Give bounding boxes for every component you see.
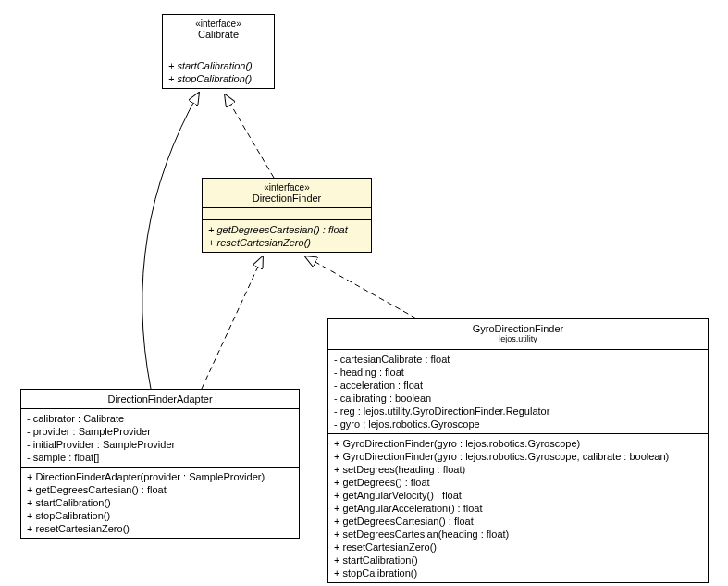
class-name: Calibrate xyxy=(168,29,268,40)
operations: + GyroDirectionFinder(gyro : lejos.robot… xyxy=(328,434,708,582)
operations: + DirectionFinderAdapter(provider : Samp… xyxy=(21,468,299,538)
class-directionfinder[interactable]: «interface»DirectionFinder + getDegreesC… xyxy=(202,178,372,253)
package: lejos.utility xyxy=(334,334,702,345)
stereotype: «interface» xyxy=(168,19,268,29)
class-calibrate[interactable]: «interface»Calibrate + startCalibration(… xyxy=(162,14,275,89)
class-name: DirectionFinderAdapter xyxy=(27,393,293,405)
stereotype: «interface» xyxy=(208,182,365,193)
class-gyrodirectionfinder[interactable]: GyroDirectionFinderlejos.utility - carte… xyxy=(327,318,709,583)
attributes: - calibrator : Calibrate- provider : Sam… xyxy=(21,409,299,468)
class-name: DirectionFinder xyxy=(208,193,365,204)
attributes: - cartesianCalibrate : float- heading : … xyxy=(328,350,708,434)
class-name: GyroDirectionFinder xyxy=(334,323,702,334)
class-directionfinderadapter[interactable]: DirectionFinderAdapter - calibrator : Ca… xyxy=(20,389,300,539)
